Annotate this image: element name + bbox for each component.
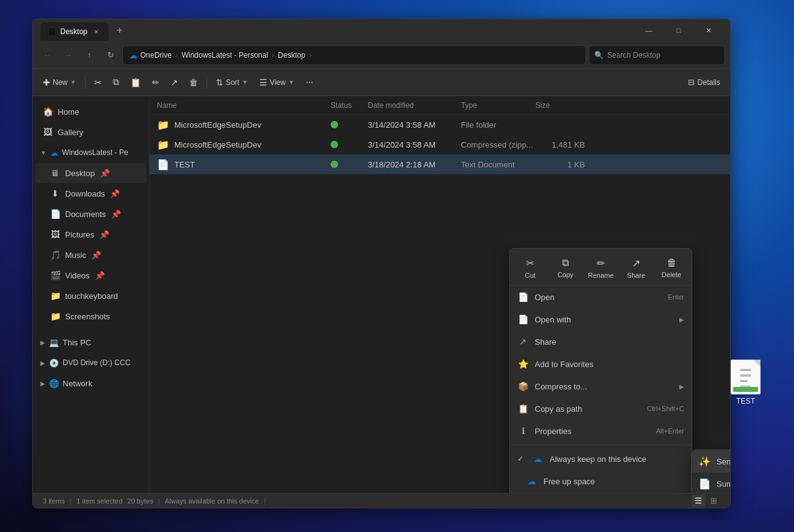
copy-button[interactable]: ⧉: [108, 73, 124, 92]
ctx-onedrive-button[interactable]: ☁ OneDrive ▶: [510, 492, 692, 493]
sidebar: 🏠 Home 🖼 Gallery ▼ ☁ WindowsLatest - Pe …: [33, 96, 149, 493]
new-button[interactable]: ✚ New ▼: [38, 73, 81, 92]
ctx-properties-button[interactable]: ℹ Properties Alt+Enter: [510, 420, 692, 442]
status-cell-2: [331, 141, 368, 148]
grid-view-button[interactable]: ⊞: [707, 495, 720, 507]
ctx-openwith-label: Open with: [535, 315, 673, 324]
address-path[interactable]: ☁ OneDrive › WindowsLatest - Personal › …: [122, 45, 586, 65]
summarize-icon: 📄: [699, 478, 710, 490]
file-label-3: TEST: [174, 160, 195, 169]
sidebar-item-videos[interactable]: 🎬 Videos 📌: [35, 265, 146, 285]
sidebar-item-home[interactable]: 🏠 Home: [35, 102, 146, 122]
sort-button[interactable]: ⇅ Sort ▼: [211, 73, 253, 92]
sidebar-item-documents[interactable]: 📄 Documents 📌: [35, 204, 146, 224]
maximize-button[interactable]: □: [664, 20, 693, 40]
details-button[interactable]: ⊟ Details: [683, 73, 725, 92]
section-arrow-network: ▶: [40, 380, 45, 387]
downloads-label: Downloads: [65, 189, 105, 198]
ctx-openwith-button[interactable]: 📄 Open with ▶: [510, 308, 692, 330]
list-view-button[interactable]: ☰: [692, 495, 705, 507]
desktop-file-icon[interactable]: ═══════════ TEST: [723, 360, 768, 406]
date-cell-1: 3/14/2024 3:58 AM: [368, 120, 461, 130]
ctx-cut-button[interactable]: ✂ Cut: [512, 254, 548, 283]
screenshots-label: Screenshots: [65, 312, 110, 321]
size-cell-3: 1 KB: [535, 160, 585, 169]
screenshots-icon: 📁: [50, 311, 60, 321]
sidebar-item-desktop[interactable]: 🖥 Desktop 📌: [35, 163, 146, 183]
refresh-button[interactable]: ↻: [101, 46, 120, 64]
back-button[interactable]: ←: [38, 46, 56, 64]
ctx-alwayskeep-button[interactable]: ✓ ☁ Always keep on this device: [510, 448, 692, 470]
submenu-summarize[interactable]: 📄 Summarize: [692, 472, 730, 493]
header-size: Size: [535, 101, 585, 110]
header-name: Name: [157, 101, 331, 110]
rename-button[interactable]: ✏: [147, 73, 164, 92]
thispc-icon: 💻: [49, 338, 59, 347]
ctx-freeup-button[interactable]: ☁ Free up space: [510, 470, 692, 492]
ctx-check-icon: ✓: [517, 454, 526, 463]
summarize-label: Summarize: [716, 479, 730, 489]
path-desktop[interactable]: Desktop: [278, 51, 305, 60]
forward-button[interactable]: →: [59, 46, 78, 64]
sidebar-item-pictures[interactable]: 🖼 Pictures 📌: [35, 224, 146, 244]
ctx-delete-button[interactable]: 🗑 Delete: [654, 254, 689, 283]
sidebar-section-dvd[interactable]: ▶ 💿 DVD Drive (D:) CCC: [35, 353, 146, 373]
sidebar-item-downloads[interactable]: ⬇ Downloads 📌: [35, 184, 146, 203]
videos-icon: 🎬: [50, 270, 60, 280]
new-arrow: ▼: [70, 79, 76, 86]
sidebar-section-network[interactable]: ▶ 🌐 Network: [35, 373, 146, 393]
close-button[interactable]: ✕: [694, 20, 723, 40]
add-tab-button[interactable]: +: [111, 22, 128, 39]
desktop-file-thumbnail: ═══════════: [731, 360, 761, 394]
cut-button[interactable]: ✂: [89, 73, 107, 92]
folder-icon-1: 📁: [157, 119, 169, 131]
table-row[interactable]: 📄 TEST 3/18/2024 2:18 AM Text Document 1…: [149, 154, 730, 174]
ctx-compress-button[interactable]: 📦 Compress to... ▶: [510, 375, 692, 397]
search-box[interactable]: 🔍 Search Desktop: [589, 45, 725, 65]
file-name-2: 📁 MicrosoftEdgeSetupDev: [157, 139, 331, 151]
view-button[interactable]: ☰ View ▼: [254, 73, 300, 92]
ctx-share-button[interactable]: ↗ Share: [618, 254, 654, 283]
minimize-button[interactable]: —: [635, 20, 663, 40]
ctx-favorites-label: Add to Favorites: [535, 360, 684, 369]
window-tab[interactable]: 🖥 Desktop ✕: [40, 22, 109, 41]
ctx-favorites-button[interactable]: ⭐ Add to Favorites: [510, 353, 692, 375]
ctx-rename-button[interactable]: ✏ Rename: [583, 254, 618, 283]
toolbar-separator-2: [207, 76, 207, 89]
tab-close-button[interactable]: ✕: [91, 27, 101, 37]
ctx-copy-button[interactable]: ⧉ Copy: [548, 254, 583, 283]
table-row[interactable]: 📁 MicrosoftEdgeSetupDev 3/14/2024 3:58 A…: [149, 135, 730, 154]
desktop-label: Desktop: [65, 169, 95, 178]
share-button[interactable]: ↗: [166, 73, 183, 92]
file-list: Name Status Date modified Type Size 📁 Mi…: [149, 96, 730, 493]
more-button[interactable]: ⋯: [301, 73, 318, 92]
ctx-copypath-button[interactable]: 📋 Copy as path Ctrl+Shift+C: [510, 397, 692, 420]
ctx-freeup-label: Free up space: [543, 477, 684, 486]
ctx-properties-label: Properties: [535, 427, 649, 436]
ctx-share-icon: ↗: [632, 257, 640, 269]
paste-button[interactable]: 📋: [125, 73, 146, 92]
path-personal[interactable]: WindowsLatest - Personal: [182, 51, 268, 60]
up-button[interactable]: ↑: [80, 46, 99, 64]
ctx-share2-button[interactable]: ↗ Share: [510, 330, 692, 353]
file-label-2: MicrosoftEdgeSetupDev: [174, 140, 261, 149]
sidebar-item-touchkeyboard[interactable]: 📁 touchkeyboard: [35, 286, 146, 306]
ctx-cut-label: Cut: [525, 272, 535, 279]
sidebar-item-gallery[interactable]: 🖼 Gallery: [35, 122, 146, 142]
txt-icon-3: 📄: [157, 159, 169, 171]
windowslatest-label: WindowsLatest - Pe: [62, 148, 128, 157]
sidebar-item-music[interactable]: 🎵 Music 📌: [35, 245, 146, 265]
file-explorer-window: 🖥 Desktop ✕ + — □ ✕ ← → ↑ ↻ ☁ OneDrive ›…: [32, 19, 731, 508]
path-onedrive[interactable]: OneDrive: [140, 51, 172, 60]
submenu-send-copilot[interactable]: ✨ Send to Copilot: [692, 450, 730, 472]
ctx-open-button[interactable]: 📄 Open Enter: [510, 286, 692, 308]
pin-icon-music: 📌: [91, 250, 101, 260]
sidebar-section-thispc[interactable]: ▶ 💻 This PC: [35, 332, 146, 352]
context-toolbar: ✂ Cut ⧉ Copy ✏ Rename ↗ Share: [510, 249, 692, 286]
table-row[interactable]: 📁 MicrosoftEdgeSetupDev 3/14/2024 3:58 A…: [149, 115, 730, 135]
delete-button[interactable]: 🗑: [184, 73, 203, 92]
sidebar-item-screenshots[interactable]: 📁 Screenshots: [35, 306, 146, 326]
type-cell-1: File folder: [461, 120, 535, 130]
sidebar-section-windowslatest[interactable]: ▼ ☁ WindowsLatest - Pe: [35, 143, 146, 162]
context-menu: ✂ Cut ⧉ Copy ✏ Rename ↗ Share: [509, 248, 692, 493]
